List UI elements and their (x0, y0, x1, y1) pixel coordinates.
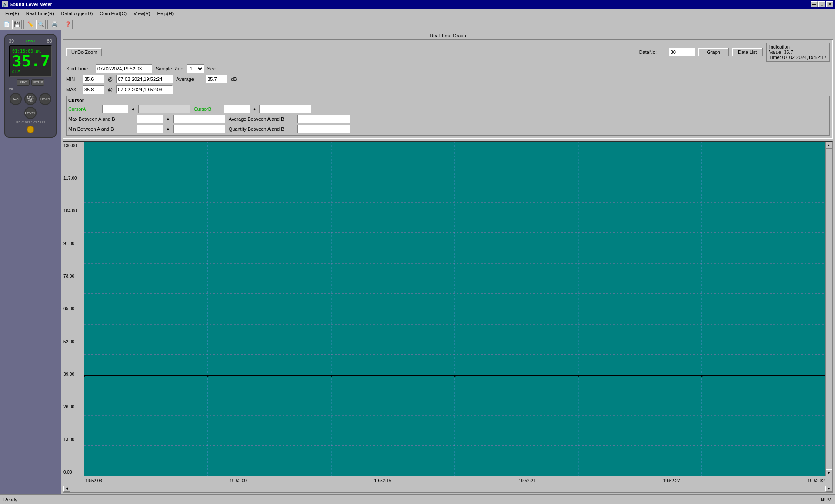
slm-btn-level[interactable]: LEVEL (24, 107, 37, 119)
cursor-section: Cursor CursorA ● CursorB ● Max Between A… (66, 96, 830, 136)
slm-buttons-row1: REC RTUP (9, 79, 52, 86)
menu-file[interactable]: File(F) (2, 10, 23, 17)
min-between-dot: ● (167, 126, 170, 132)
toolbar-print[interactable]: 🖨️ (50, 20, 59, 29)
indication-box: Indication Value: 35.7 Time: 07-02-2024,… (766, 43, 830, 62)
toolbar-save[interactable]: 💾 (12, 20, 22, 29)
graph-svg (84, 142, 825, 476)
cursor-b-label: CursorB (194, 106, 220, 112)
min-label: MIN (66, 76, 79, 82)
slm-btn-rtup[interactable]: RTUP (31, 79, 44, 86)
avg-between-input[interactable] (297, 115, 350, 123)
menu-comport[interactable]: Com Port(C) (96, 10, 130, 17)
y-axis: 130.00 117.00 104.00 91.00 78.00 65.00 5… (63, 142, 84, 476)
x-label-4: 19:52:21 (519, 478, 536, 483)
control-row3: MIN @ Average dB (66, 75, 830, 83)
slm-btn-maxmin[interactable]: MAX MIN (24, 93, 37, 105)
cursor-b-input1[interactable] (224, 105, 250, 113)
menu-bar: File(F) Real Time(R) DataLogger(D) Com P… (0, 9, 835, 18)
y-26: 26.00 (63, 405, 83, 409)
scrollbar-right-btn[interactable]: ► (825, 486, 832, 492)
undo-zoom-button[interactable]: UnDo Zoom (66, 48, 102, 56)
toolbar-help[interactable]: ❓ (63, 20, 73, 29)
cursor-a-input2[interactable] (138, 105, 190, 113)
toolbar-separator-1 (23, 20, 24, 29)
min-between-input2[interactable] (173, 125, 225, 133)
svg-point-21 (578, 375, 579, 377)
indication-time-label: Time: (769, 55, 781, 60)
min-value-input[interactable] (83, 75, 104, 83)
avg-between-label: Average Between A and B (229, 116, 294, 122)
menu-view[interactable]: View(V) (130, 10, 154, 17)
slm-power-button[interactable] (27, 126, 34, 133)
max-between-input[interactable] (137, 115, 163, 123)
x-label-1: 19:52:03 (85, 478, 102, 483)
svg-point-22 (701, 375, 703, 377)
graph-canvas[interactable] (84, 142, 825, 476)
scrollbar-down-btn[interactable]: ▼ (826, 469, 832, 476)
slm-mode: FAST (25, 39, 35, 43)
indication-value-label: Value: (769, 50, 782, 55)
y-13: 13.00 (63, 437, 83, 442)
toolbar-zoom[interactable]: 🔍 (36, 20, 46, 29)
close-button[interactable]: ✕ (826, 1, 833, 7)
cursor-a-dot: ● (132, 106, 135, 112)
datano-input[interactable] (669, 48, 695, 56)
graph-button[interactable]: Graph (698, 48, 729, 56)
menu-help[interactable]: Help(H) (154, 10, 177, 17)
slm-btn-ac[interactable]: A/C (10, 93, 22, 105)
avg-label: Average (176, 76, 202, 82)
control-row1: UnDo Zoom DataNo: Graph Data List Indica… (66, 43, 830, 62)
scrollbar-up-btn[interactable]: ▲ (826, 142, 832, 149)
toolbar-separator-2 (47, 20, 48, 29)
maximize-button[interactable]: □ (818, 1, 825, 7)
cursor-a-input1[interactable] (102, 105, 128, 113)
slm-big-number: 35.7 (12, 53, 49, 69)
slm-btn-rec[interactable]: REC (17, 79, 30, 86)
x-label-6: 19:52:32 (808, 478, 825, 483)
min-between-label: Min Between A and B (68, 126, 134, 132)
datano-label: DataNo: (639, 50, 665, 55)
y-39: 39.00 (63, 372, 83, 377)
min-between-input[interactable] (137, 125, 163, 133)
start-time-input[interactable] (96, 64, 152, 73)
indication-time-data: 07-02-2024,19:52:17 (782, 55, 827, 60)
cursor-b-input2[interactable] (259, 105, 311, 113)
menu-realtime[interactable]: Real Time(R) (23, 10, 58, 17)
sec-label: Sec (207, 66, 234, 71)
control-row2: Start Time Sample Rate 1 2 5 10 Sec (66, 64, 830, 73)
max-between-input2[interactable] (173, 115, 225, 123)
horizontal-scrollbar[interactable]: ◄ ► (63, 485, 832, 492)
sample-rate-select[interactable]: 1 2 5 10 (187, 64, 204, 73)
qty-between-input[interactable] (297, 125, 350, 133)
slm-btn-hold[interactable]: HOLD (39, 93, 51, 105)
svg-point-18 (207, 375, 209, 377)
slm-top-bar: 39 FAST 80 (9, 38, 52, 43)
y-0: 0.00 (63, 470, 83, 474)
vertical-scrollbar[interactable]: ▲ ▼ (825, 142, 832, 476)
max-time-input[interactable] (116, 85, 173, 94)
toolbar-edit[interactable]: ✏️ (26, 20, 35, 29)
toolbar: 📄 💾 ✏️ 🔍 🖨️ ❓ (0, 18, 835, 30)
graph-inner: 130.00 117.00 104.00 91.00 78.00 65.00 5… (63, 142, 832, 485)
min-at: @ (108, 76, 113, 82)
x-label-3: 19:52:15 (374, 478, 391, 483)
data-list-button[interactable]: Data List (732, 48, 763, 56)
title-text: Sound Level Meter (10, 2, 811, 7)
slm-body: 39 FAST 80 01:18:00TIME 35.7 dBA REC RTU… (4, 34, 57, 138)
graph-title: Real Time Graph (63, 32, 833, 39)
avg-value-input[interactable] (206, 75, 227, 83)
main-content: 39 FAST 80 01:18:00TIME 35.7 dBA REC RTU… (0, 30, 835, 494)
right-panel: Real Time Graph UnDo Zoom DataNo: Graph … (61, 30, 835, 494)
minimize-button[interactable]: — (811, 1, 818, 7)
min-time-input[interactable] (116, 75, 173, 83)
qty-between-label: Quantity Between A and B (229, 126, 294, 132)
y-91: 91.00 (63, 241, 83, 246)
scrollbar-left-btn[interactable]: ◄ (63, 486, 70, 492)
svg-point-19 (331, 375, 332, 377)
max-between-dot: ● (167, 116, 170, 122)
max-value-input[interactable] (83, 85, 104, 94)
toolbar-new[interactable]: 📄 (2, 20, 11, 29)
control-panel: UnDo Zoom DataNo: Graph Data List Indica… (63, 39, 833, 139)
menu-datalogger[interactable]: DataLogger(D) (58, 10, 97, 17)
